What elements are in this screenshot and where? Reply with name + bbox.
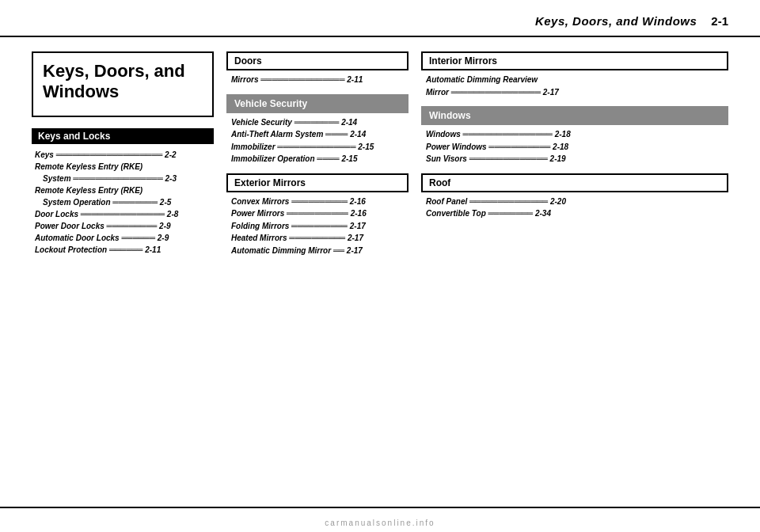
- list-item: Remote Keyless Entry (RKE): [35, 184, 211, 196]
- list-item: Convertible Top ════════ 2-34: [421, 207, 728, 220]
- left-column: Keys, Doors, and Windows Keys and Locks …: [32, 51, 214, 264]
- list-item: Keys ═══════════════════ 2-2: [35, 149, 211, 161]
- bottom-bar: [0, 507, 760, 508]
- list-item: Anti-Theft Alarm System ════ 2-14: [226, 128, 408, 141]
- list-item: Mirror ════════════════ 2-17: [421, 86, 728, 99]
- section-box: DoorsMirrors ═══════════════ 2-11: [226, 51, 408, 86]
- list-item: Power Door Locks ═════════ 2-9: [35, 220, 211, 232]
- section-header: Exterior Mirrors: [226, 173, 408, 192]
- list-item: System ════════════════ 2-3: [35, 173, 211, 184]
- section-header: Interior Mirrors: [421, 51, 728, 70]
- list-item: Power Mirrors ═══════════ 2-16: [226, 207, 408, 220]
- list-item: Immobilizer Operation ════ 2-15: [226, 153, 408, 165]
- big-title-line1: Keys, Doors, and Windows: [43, 61, 203, 103]
- list-item: Folding Mirrors ══════════ 2-17: [226, 220, 408, 233]
- header-title: Keys, Doors, and Windows: [535, 14, 697, 28]
- list-item: Mirrors ═══════════════ 2-11: [226, 74, 408, 86]
- section-box: Vehicle SecurityVehicle Security ═══════…: [226, 94, 408, 165]
- list-item: Vehicle Security ════════ 2-14: [226, 116, 408, 129]
- section-box: WindowsWindows ════════════════ 2-18Powe…: [421, 106, 728, 165]
- header-page-num: 2-1: [711, 14, 728, 28]
- list-item: Convex Mirrors ══════════ 2-16: [226, 196, 408, 208]
- right-column: Interior MirrorsAutomatic Dimming Rearvi…: [421, 51, 728, 264]
- main-content: Keys, Doors, and Windows Keys and Locks …: [0, 37, 760, 272]
- list-item: Heated Mirrors ══════════ 2-17: [226, 232, 408, 245]
- section-box: Interior MirrorsAutomatic Dimming Rearvi…: [421, 51, 728, 98]
- section-header: Doors: [226, 51, 408, 70]
- keys-and-locks-header: Keys and Locks: [32, 128, 214, 144]
- list-item: System Operation ════════ 2-5: [35, 196, 211, 208]
- section-box: Exterior MirrorsConvex Mirrors ═════════…: [226, 173, 408, 257]
- page-container: Keys, Doors, and Windows 2-1 Keys, Doors…: [0, 0, 760, 532]
- list-item: Automatic Door Locks ══════ 2-9: [35, 232, 211, 244]
- section-header: Windows: [421, 106, 728, 125]
- top-header: Keys, Doors, and Windows 2-1: [0, 0, 760, 37]
- list-item: Windows ════════════════ 2-18: [421, 128, 728, 141]
- list-item: Lockout Protection ══════ 2-11: [35, 244, 211, 256]
- list-item: Sun Visors ══════════════ 2-19: [421, 153, 728, 165]
- list-item: Power Windows ═══════════ 2-18: [421, 141, 728, 154]
- keys-and-locks-items: Keys ═══════════════════ 2-2Remote Keyle…: [32, 149, 214, 256]
- list-item: Immobilizer ══════════════ 2-15: [226, 141, 408, 154]
- middle-column: DoorsMirrors ═══════════════ 2-11Vehicle…: [226, 51, 408, 264]
- list-item: Remote Keyless Entry (RKE): [35, 161, 211, 173]
- section-header: Vehicle Security: [226, 94, 408, 113]
- list-item: Door Locks ═══════════════ 2-8: [35, 208, 211, 220]
- big-title-box: Keys, Doors, and Windows: [32, 51, 214, 117]
- watermark: carmanualsonline.info: [325, 519, 435, 527]
- section-box: RoofRoof Panel ══════════════ 2-20Conver…: [421, 173, 728, 220]
- section-header: Roof: [421, 173, 728, 192]
- list-item: Roof Panel ══════════════ 2-20: [421, 196, 728, 208]
- keys-and-locks-section: Keys and Locks Keys ═══════════════════ …: [32, 128, 214, 256]
- list-item: Automatic Dimming Rearview: [421, 74, 728, 86]
- list-item: Automatic Dimming Mirror ══ 2-17: [226, 245, 408, 257]
